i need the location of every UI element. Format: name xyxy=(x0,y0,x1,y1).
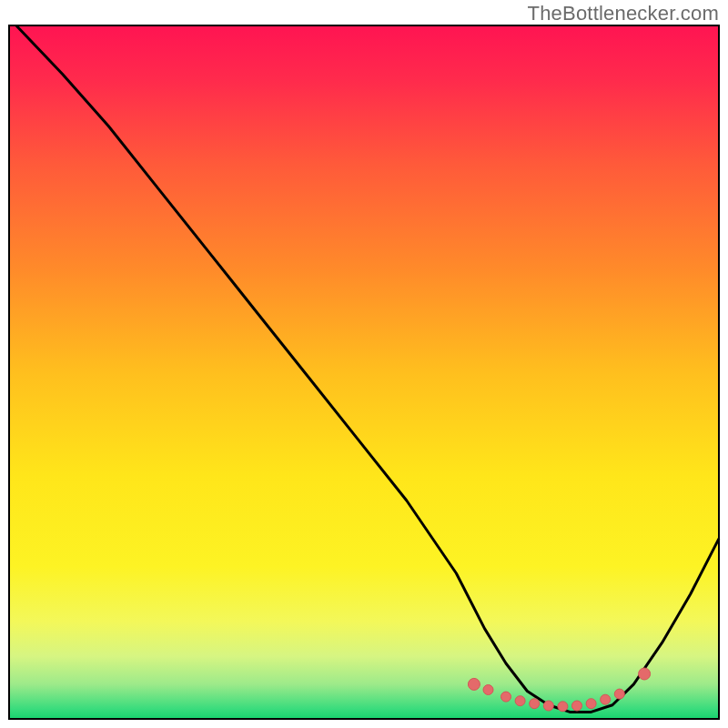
highlight-dot xyxy=(639,668,651,680)
highlight-dot xyxy=(483,685,493,695)
highlight-dot xyxy=(601,694,611,704)
highlight-dot xyxy=(614,689,624,699)
highlight-dot xyxy=(530,699,540,709)
bottleneck-chart xyxy=(0,0,728,728)
highlight-dot xyxy=(501,692,511,702)
chart-stage: TheBottlenecker.com xyxy=(0,0,728,728)
plot-background xyxy=(9,25,719,719)
highlight-dot xyxy=(586,699,596,709)
highlight-dot xyxy=(543,701,553,711)
highlight-dot xyxy=(515,696,525,706)
highlight-dot xyxy=(558,702,568,712)
highlight-dot xyxy=(468,678,480,690)
highlight-dot xyxy=(572,701,582,711)
watermark-text: TheBottlenecker.com xyxy=(528,2,719,25)
